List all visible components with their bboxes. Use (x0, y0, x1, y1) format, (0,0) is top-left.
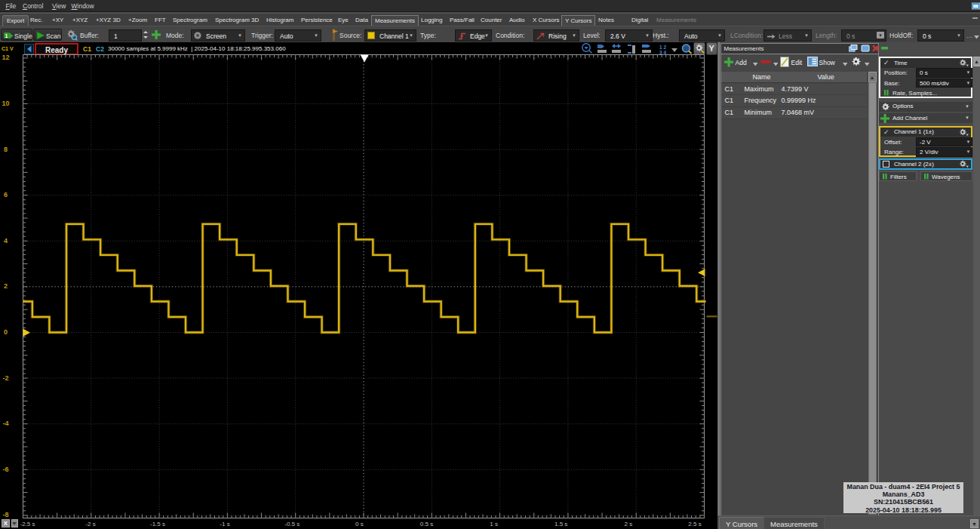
svg-text:1: 1 (5, 33, 8, 38)
